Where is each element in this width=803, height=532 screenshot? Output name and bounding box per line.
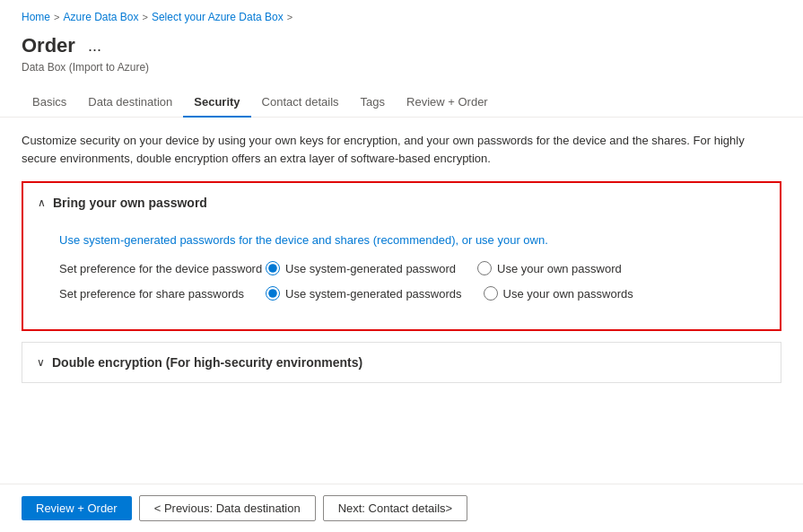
review-order-button[interactable]: Review + Order xyxy=(22,496,132,520)
breadcrumb-current: Select your Azure Data Box xyxy=(152,11,284,23)
double-encryption-section: ∨ Double encryption (For high-security e… xyxy=(22,342,781,383)
breadcrumb: Home > Azure Data Box > Select your Azur… xyxy=(0,0,803,31)
footer-bar: Review + Order < Previous: Data destinat… xyxy=(0,484,803,532)
device-own-password-radio[interactable] xyxy=(477,261,492,275)
tabs-bar: Basics Data destination Security Contact… xyxy=(0,88,803,118)
previous-button[interactable]: < Previous: Data destination xyxy=(139,495,316,521)
share-password-label: Set preference for share passwords xyxy=(59,287,266,301)
device-system-generated-radio[interactable] xyxy=(266,261,280,275)
page-header: Order ... xyxy=(0,31,803,61)
breadcrumb-home[interactable]: Home xyxy=(22,11,50,23)
tab-contact-details[interactable]: Contact details xyxy=(251,88,350,118)
device-system-generated-option[interactable]: Use system-generated password xyxy=(266,261,456,275)
share-own-password-option[interactable]: Use your own passwords xyxy=(484,286,633,301)
share-password-row: Set preference for share passwords Use s… xyxy=(59,286,765,301)
double-encryption-header[interactable]: ∨ Double encryption (For high-security e… xyxy=(22,343,781,382)
breadcrumb-sep2: > xyxy=(143,12,148,22)
bring-password-section: ∧ Bring your own password Use system-gen… xyxy=(22,181,781,331)
chevron-down-icon: ∨ xyxy=(37,356,45,369)
tab-data-destination[interactable]: Data destination xyxy=(77,88,183,118)
bring-password-description: Use system-generated passwords for the d… xyxy=(59,230,765,247)
device-password-row: Set preference for the device password U… xyxy=(59,261,765,275)
bring-password-title: Bring your own password xyxy=(53,196,207,210)
share-own-password-label: Use your own passwords xyxy=(503,287,633,301)
share-system-generated-radio[interactable] xyxy=(266,286,280,301)
share-system-generated-label: Use system-generated passwords xyxy=(285,287,462,301)
tab-tags[interactable]: Tags xyxy=(350,88,396,118)
tab-basics[interactable]: Basics xyxy=(22,88,77,118)
breadcrumb-azure-data-box[interactable]: Azure Data Box xyxy=(63,11,138,23)
tab-security[interactable]: Security xyxy=(183,88,250,118)
description-text: Customize security on your device by usi… xyxy=(0,132,803,181)
device-password-label: Set preference for the device password xyxy=(59,262,266,275)
share-password-options: Use system-generated passwords Use your … xyxy=(266,286,633,301)
device-own-password-label: Use your own password xyxy=(497,262,622,275)
page-title: Order xyxy=(22,34,75,57)
next-button[interactable]: Next: Contact details> xyxy=(323,495,468,521)
bring-password-header[interactable]: ∧ Bring your own password xyxy=(23,183,780,222)
device-password-options: Use system-generated password Use your o… xyxy=(266,261,622,275)
page-subtitle: Data Box (Import to Azure) xyxy=(0,61,803,88)
breadcrumb-sep3: > xyxy=(287,12,292,22)
breadcrumb-sep1: > xyxy=(54,12,59,22)
double-encryption-title: Double encryption (For high-security env… xyxy=(52,355,362,370)
tab-review-order[interactable]: Review + Order xyxy=(396,88,499,118)
device-own-password-option[interactable]: Use your own password xyxy=(477,261,622,275)
share-own-password-radio[interactable] xyxy=(484,286,498,301)
share-system-generated-option[interactable]: Use system-generated passwords xyxy=(266,286,462,301)
bring-password-body: Use system-generated passwords for the d… xyxy=(23,222,780,329)
chevron-up-icon: ∧ xyxy=(38,196,46,209)
device-system-generated-label: Use system-generated password xyxy=(285,262,456,275)
ellipsis-button[interactable]: ... xyxy=(83,35,107,57)
